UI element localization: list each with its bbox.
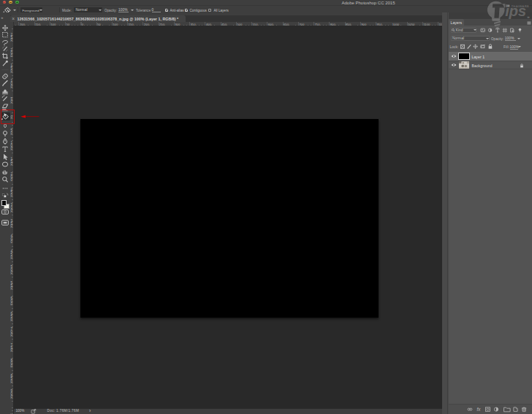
svg-text:fx: fx: [477, 407, 482, 412]
svg-text:THAIWARE: THAIWARE: [512, 4, 530, 8]
